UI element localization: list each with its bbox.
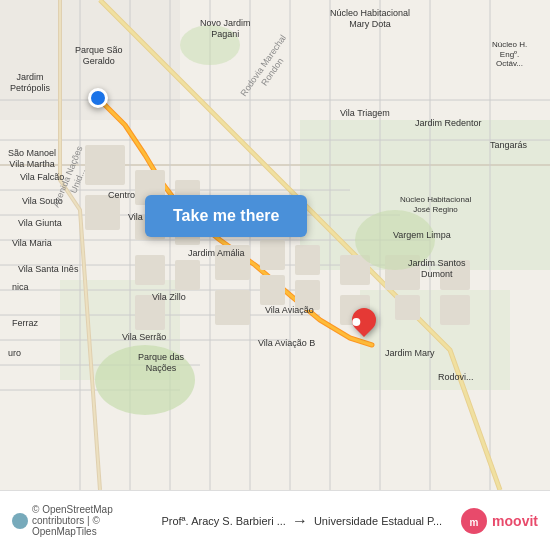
arrow-icon: → xyxy=(292,512,308,530)
svg-rect-46 xyxy=(395,295,420,320)
svg-rect-4 xyxy=(360,290,510,390)
attribution-text: © OpenStreetMap contributors | © OpenMap… xyxy=(32,504,161,537)
bottom-bar: © OpenStreetMap contributors | © OpenMap… xyxy=(0,490,550,550)
svg-rect-35 xyxy=(215,290,250,325)
svg-rect-34 xyxy=(215,245,250,280)
svg-rect-48 xyxy=(440,295,470,325)
svg-point-51 xyxy=(180,25,240,65)
svg-point-50 xyxy=(355,210,435,270)
svg-rect-47 xyxy=(440,260,470,290)
svg-rect-39 xyxy=(295,280,320,310)
svg-rect-42 xyxy=(175,260,200,290)
moovit-logo: m moovit xyxy=(460,507,538,535)
moovit-brand-text: moovit xyxy=(492,513,538,529)
svg-rect-40 xyxy=(135,255,165,285)
map-background xyxy=(0,0,550,490)
svg-rect-30 xyxy=(85,195,120,230)
route-info: Profª. Aracy S. Barbieri ... → Universid… xyxy=(161,512,460,530)
svg-rect-37 xyxy=(260,275,285,305)
attribution: © OpenStreetMap contributors | © OpenMap… xyxy=(12,504,161,537)
svg-rect-36 xyxy=(260,240,285,270)
svg-point-49 xyxy=(95,345,195,415)
take-me-there-button[interactable]: Take me there xyxy=(145,195,307,237)
osm-logo xyxy=(12,513,28,529)
moovit-icon-svg: m xyxy=(460,507,488,535)
svg-rect-41 xyxy=(135,295,165,330)
origin-marker xyxy=(88,88,108,108)
svg-text:m: m xyxy=(470,517,479,528)
map-container: Novo JardimPagani Núcleo HabitacionalMar… xyxy=(0,0,550,490)
route-from-label: Profª. Aracy S. Barbieri ... xyxy=(161,515,286,527)
route-to-label: Universidade Estadual P... xyxy=(314,515,442,527)
svg-rect-38 xyxy=(295,245,320,275)
svg-rect-27 xyxy=(85,145,125,185)
